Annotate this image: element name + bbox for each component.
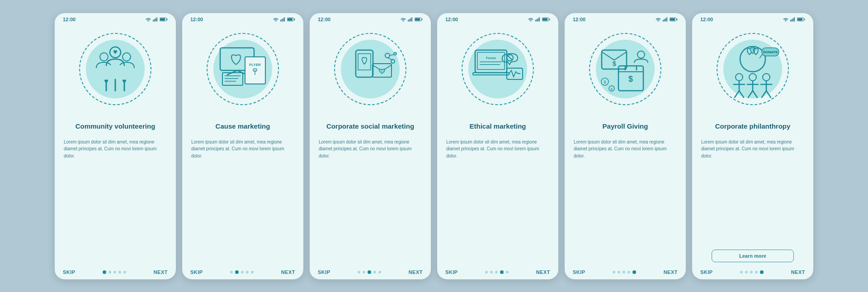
dot-5-3: [627, 271, 630, 273]
nav-dots-2: [230, 270, 254, 274]
icon-community: [84, 37, 147, 102]
next-button-5[interactable]: NEXT: [664, 269, 678, 275]
svg-rect-55: [473, 73, 509, 75]
status-bar-3: 12:00: [310, 13, 431, 24]
status-time-3: 12:00: [318, 17, 330, 22]
status-time-5: 12:00: [573, 17, 585, 22]
skip-button-2[interactable]: SKIP: [190, 269, 203, 275]
wifi-icon-6: [783, 17, 788, 22]
signal-icon: [153, 17, 158, 22]
nav-dots-1: [103, 270, 126, 274]
battery-icon-6: [797, 17, 805, 22]
dot-4-3: [500, 270, 504, 274]
learn-more-button[interactable]: Learn more: [712, 250, 794, 262]
signal-icon-2: [280, 17, 285, 22]
nav-dots-3: [358, 270, 381, 274]
svg-rect-6: [167, 19, 168, 20]
skip-button-4[interactable]: SKIP: [445, 269, 458, 275]
dot-3-0: [358, 271, 360, 273]
screen-cause-marketing: 12:00 FLYER: [182, 13, 303, 279]
svg-rect-3: [156, 17, 157, 21]
content-3: Corporate social marketing Lorem ipsum d…: [310, 114, 431, 267]
screen-title-6: Corporate philanthropy: [701, 118, 804, 135]
svg-text:Forum: Forum: [486, 56, 496, 60]
screen-title-3: Corporate social marketing: [319, 118, 422, 135]
svg-rect-28: [408, 19, 409, 21]
nav-dots-6: [740, 270, 764, 274]
next-button-2[interactable]: NEXT: [281, 269, 295, 275]
screens-container: 12:00: [41, 4, 827, 288]
svg-rect-78: [790, 19, 791, 21]
svg-rect-64: [670, 18, 675, 20]
svg-rect-5: [160, 18, 165, 20]
wifi-icon-2: [273, 17, 278, 22]
svg-rect-30: [410, 18, 411, 21]
screen-title-5: Payroll Giving: [574, 118, 677, 135]
screen-title-2: Cause marketing: [191, 118, 294, 135]
svg-point-38: [385, 53, 390, 58]
illustration-5: $ $ $ $: [565, 24, 686, 114]
svg-rect-24: [222, 73, 243, 85]
svg-rect-60: [664, 19, 665, 22]
svg-rect-31: [411, 17, 412, 21]
wifi-icon-3: [401, 17, 406, 22]
status-bar-1: 12:00: [55, 13, 176, 24]
next-button-4[interactable]: NEXT: [536, 269, 550, 275]
dot-5-0: [613, 271, 615, 273]
svg-rect-21: [245, 57, 265, 84]
dot-3-2: [368, 270, 371, 274]
skip-button-1[interactable]: SKIP: [63, 269, 75, 275]
dot-2-2: [241, 271, 244, 273]
status-time-6: 12:00: [700, 17, 713, 22]
svg-rect-49: [549, 19, 550, 20]
svg-rect-36: [358, 54, 371, 70]
illustration-2: FLYER: [182, 24, 303, 114]
status-icons-4: [528, 17, 550, 22]
dot-1-0: [103, 270, 106, 274]
dot-6-3: [755, 271, 758, 273]
svg-text:$: $: [604, 80, 606, 84]
svg-rect-48: [542, 18, 547, 20]
nav-dots-4: [485, 270, 509, 274]
screen-body-5: Lorem ipsum dolor sit dim amet, mea regi…: [574, 139, 677, 264]
dot-3-3: [373, 271, 376, 273]
status-bar-4: 12:00: [437, 13, 558, 24]
next-button-1[interactable]: NEXT: [154, 269, 168, 275]
svg-point-8: [100, 53, 108, 61]
dot-5-1: [618, 271, 620, 273]
skip-button-5[interactable]: SKIP: [573, 269, 585, 275]
dot-4-2: [495, 271, 498, 273]
screen-body-6: Lorem ipsum dolor sit dim amet, mea regi…: [701, 139, 804, 247]
status-bar-6: 12:00: [692, 13, 813, 24]
skip-button-3[interactable]: SKIP: [318, 269, 330, 275]
next-button-3[interactable]: NEXT: [409, 269, 423, 275]
dot-5-4: [632, 270, 636, 274]
screen-ethical-marketing: 12:00 Forum: [437, 13, 558, 279]
dot-4-0: [485, 271, 488, 273]
nav-row-2: SKIP NEXT: [182, 267, 303, 279]
svg-rect-46: [539, 17, 540, 21]
svg-rect-2: [156, 18, 156, 21]
nav-row-5: SKIP NEXT: [565, 267, 686, 279]
svg-rect-19: [294, 19, 295, 20]
dot-4-4: [506, 271, 509, 273]
status-icons-2: [273, 17, 295, 22]
svg-point-73: [637, 51, 645, 58]
svg-line-89: [735, 91, 739, 97]
signal-icon-6: [790, 17, 795, 22]
next-button-6[interactable]: NEXT: [791, 269, 805, 275]
status-time-4: 12:00: [445, 17, 458, 22]
content-2: Cause marketing Lorem ipsum dolor sit di…: [182, 114, 303, 267]
svg-point-9: [123, 53, 131, 61]
nav-row-3: SKIP NEXT: [310, 267, 431, 279]
content-6: Corporate philanthropy Lorem ipsum dolor…: [692, 114, 813, 267]
svg-rect-33: [415, 18, 420, 20]
nav-row-4: SKIP NEXT: [437, 267, 558, 279]
status-bar-2: 12:00: [182, 13, 303, 24]
signal-icon-3: [408, 17, 413, 22]
svg-rect-65: [677, 19, 678, 20]
skip-button-6[interactable]: SKIP: [700, 269, 713, 275]
svg-rect-16: [284, 17, 285, 21]
svg-line-94: [748, 91, 753, 97]
signal-icon-4: [535, 17, 540, 22]
